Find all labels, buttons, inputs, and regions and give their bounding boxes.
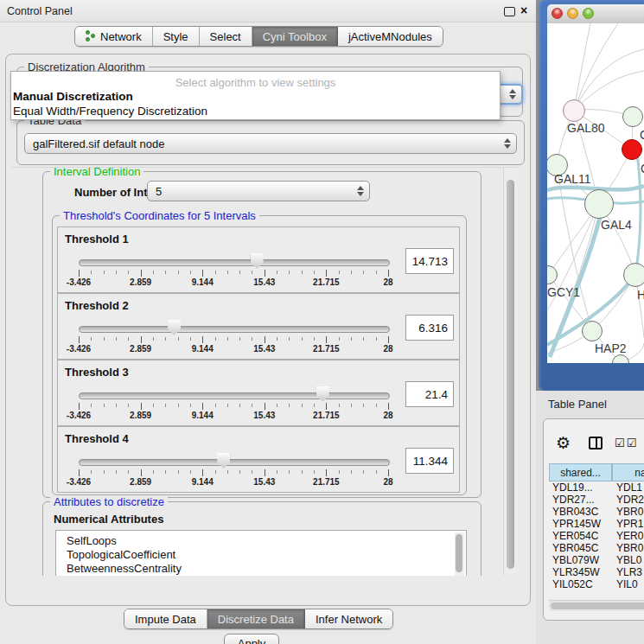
network-node-gal4[interactable] bbox=[584, 189, 614, 219]
popup-option-manual[interactable]: Manual Discretization bbox=[11, 89, 500, 104]
list-scrollbar[interactable] bbox=[455, 532, 464, 576]
apply-button[interactable]: Apply bbox=[224, 634, 279, 644]
table-row[interactable]: YBR043CYBR0 bbox=[549, 506, 644, 518]
tick-mark bbox=[128, 271, 129, 274]
table-row[interactable]: YDL19...YDL1 bbox=[549, 481, 644, 494]
tab-jactivemnodules[interactable]: jActiveMNodules bbox=[338, 27, 443, 46]
number-of-intervals-combobox[interactable]: 5 bbox=[147, 181, 370, 201]
node-label: C bbox=[641, 162, 644, 175]
slider-track[interactable] bbox=[79, 392, 390, 399]
slider-thumb[interactable] bbox=[168, 320, 181, 335]
tab-infer-network[interactable]: Infer Network bbox=[305, 609, 392, 628]
table-row[interactable]: YIL052CYIL0 bbox=[549, 578, 644, 590]
zoom-traffic-light-icon[interactable] bbox=[583, 8, 594, 19]
tick-mark bbox=[227, 337, 228, 341]
table-row[interactable]: YPR145WYPR1 bbox=[549, 518, 644, 530]
column-header-shared-name[interactable]: shared... bbox=[549, 463, 612, 481]
close-icon[interactable]: × bbox=[520, 3, 527, 17]
axis-tick-label: 15.43 bbox=[253, 344, 275, 354]
tick-mark bbox=[363, 271, 364, 274]
slider-track[interactable] bbox=[79, 459, 390, 466]
slider-track[interactable] bbox=[79, 259, 390, 266]
thresholds-group: Threshold's Coordinates for 5 Intervals … bbox=[52, 215, 467, 495]
gear-icon[interactable]: ⚙ bbox=[556, 433, 571, 453]
threshold-slider[interactable]: -3.4262.8599.14415.4321.71528 bbox=[79, 318, 388, 356]
tick-mark bbox=[302, 404, 303, 407]
close-traffic-light-icon[interactable] bbox=[552, 8, 563, 19]
tick-mark bbox=[215, 337, 216, 341]
tick-mark bbox=[376, 271, 377, 274]
tab-impute-data[interactable]: Impute Data bbox=[124, 609, 207, 628]
tick-mark bbox=[314, 337, 315, 341]
slider-thumb[interactable] bbox=[251, 253, 264, 269]
table-row[interactable]: YDR27...YDR2 bbox=[549, 494, 644, 506]
threshold-slider[interactable]: -3.4262.8599.14415.4321.71528 bbox=[79, 451, 388, 489]
threshold-value-field[interactable]: 14.713 bbox=[405, 248, 454, 274]
table-horizontal-scrollbar[interactable] bbox=[549, 600, 644, 611]
tab-select[interactable]: Select bbox=[200, 27, 252, 46]
tab-label: Cyni Toolbox bbox=[263, 30, 327, 43]
tab-cyni-toolbox[interactable]: Cyni Toolbox bbox=[252, 27, 338, 46]
network-view-window[interactable]: GAL80 G C GAL11 GAL4 GCY1 H HAP2 bbox=[539, 0, 644, 391]
threshold-slider[interactable]: -3.4262.8599.14415.4321.71528 bbox=[79, 385, 388, 423]
network-node-gal80[interactable] bbox=[563, 99, 585, 122]
column-header-name[interactable]: na bbox=[612, 463, 644, 481]
slider-track[interactable] bbox=[79, 326, 390, 333]
tick-mark bbox=[104, 470, 105, 474]
threshold-row: Threshold 4 -3.4262.8599.14415.4321.7152… bbox=[57, 426, 460, 493]
table-row[interactable]: YLR345WYLR3 bbox=[549, 566, 644, 578]
scrollbar-thumb[interactable] bbox=[507, 180, 514, 569]
list-item[interactable]: SelfLoops bbox=[67, 534, 466, 548]
cell: YBL079W bbox=[552, 554, 599, 566]
network-window-titlebar[interactable] bbox=[547, 4, 644, 24]
threshold-value-field[interactable]: 11.344 bbox=[405, 448, 454, 474]
tick-mark bbox=[314, 470, 315, 474]
tab-network[interactable]: Network bbox=[75, 27, 153, 46]
cyni-bottom-tabbar: Impute Data Discretize Data Infer Networ… bbox=[124, 609, 393, 629]
settings-scrollbar[interactable] bbox=[503, 168, 518, 576]
scrollbar-thumb[interactable] bbox=[456, 534, 462, 572]
network-canvas[interactable]: GAL80 G C GAL11 GAL4 GCY1 H HAP2 bbox=[547, 23, 644, 363]
float-window-icon[interactable] bbox=[504, 7, 515, 16]
threshold-label: Threshold 4 bbox=[65, 432, 129, 445]
tick-mark bbox=[351, 404, 352, 407]
table-row[interactable]: YER054CYER0 bbox=[549, 530, 644, 542]
cell: YER054C bbox=[552, 530, 598, 542]
table-data-combobox[interactable]: galFiltered.sif default node bbox=[24, 133, 517, 154]
threshold-slider[interactable]: -3.4262.8599.14415.4321.71528 bbox=[79, 252, 388, 290]
tick-mark bbox=[388, 403, 389, 410]
threshold-value-field[interactable]: 6.316 bbox=[405, 315, 454, 341]
list-item[interactable]: TopologicalCoefficient bbox=[67, 548, 466, 562]
network-node[interactable] bbox=[623, 263, 644, 287]
minimize-traffic-light-icon[interactable] bbox=[567, 8, 578, 19]
tab-style[interactable]: Style bbox=[153, 27, 200, 46]
columns-icon[interactable] bbox=[589, 437, 603, 450]
tick-mark bbox=[388, 270, 389, 277]
slider-thumb[interactable] bbox=[316, 386, 329, 402]
network-node-selected[interactable] bbox=[622, 139, 642, 160]
tick-mark bbox=[165, 337, 166, 341]
axis-tick-label: 28 bbox=[383, 277, 392, 287]
attributes-list[interactable]: SelfLoops TopologicalCoefficient Between… bbox=[55, 530, 467, 576]
axis-tick-label: 28 bbox=[383, 411, 392, 420]
tick-mark bbox=[79, 469, 80, 476]
tick-mark bbox=[376, 337, 377, 341]
slider-thumb[interactable] bbox=[217, 453, 230, 469]
popup-option-equal-width[interactable]: Equal Width/Frequency Discretization bbox=[11, 104, 500, 118]
control-panel: Control Panel × Network Style Select Cyn… bbox=[0, 0, 536, 644]
select-columns-checkbox-icons[interactable]: ☑☑ bbox=[615, 437, 638, 450]
table-row[interactable]: YBR045CYBR0 bbox=[549, 542, 644, 554]
network-node[interactable] bbox=[622, 106, 643, 127]
axis-tick-label: -3.426 bbox=[67, 277, 91, 287]
scrollbar-thumb[interactable] bbox=[551, 603, 644, 609]
table-row[interactable]: YBL079WYBL0 bbox=[549, 554, 644, 566]
list-item[interactable]: BetweennessCentrality bbox=[67, 562, 466, 576]
tick-mark bbox=[91, 470, 92, 474]
panel-title: Control Panel bbox=[7, 5, 73, 17]
axis-tick-label: -3.426 bbox=[67, 477, 91, 487]
threshold-value-field[interactable]: 21.4 bbox=[405, 381, 454, 407]
network-node-hap2[interactable] bbox=[582, 321, 603, 341]
tick-mark bbox=[277, 337, 277, 341]
tick-mark bbox=[215, 271, 216, 274]
tab-discretize-data[interactable]: Discretize Data bbox=[207, 609, 305, 628]
